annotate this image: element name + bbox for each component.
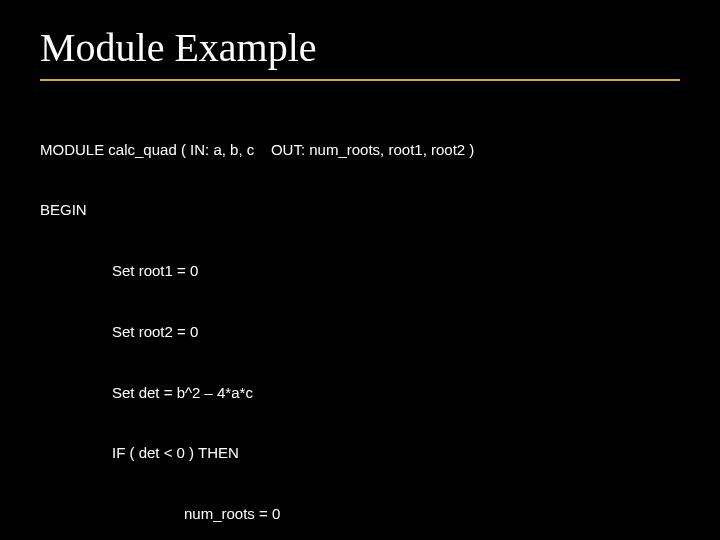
slide-title: Module Example — [40, 24, 680, 71]
code-line: Set det = b^2 – 4*a*c — [40, 383, 680, 403]
slide: Module Example MODULE calc_quad ( IN: a,… — [0, 0, 720, 540]
code-line: MODULE calc_quad ( IN: a, b, c OUT: num_… — [40, 140, 680, 160]
code-line: Set root1 = 0 — [40, 261, 680, 281]
title-divider — [40, 79, 680, 81]
code-line: IF ( det < 0 ) THEN — [40, 443, 680, 463]
code-block: MODULE calc_quad ( IN: a, b, c OUT: num_… — [40, 99, 680, 540]
code-line: Set root2 = 0 — [40, 322, 680, 342]
code-line: BEGIN — [40, 200, 680, 220]
code-line: num_roots = 0 — [40, 504, 680, 524]
